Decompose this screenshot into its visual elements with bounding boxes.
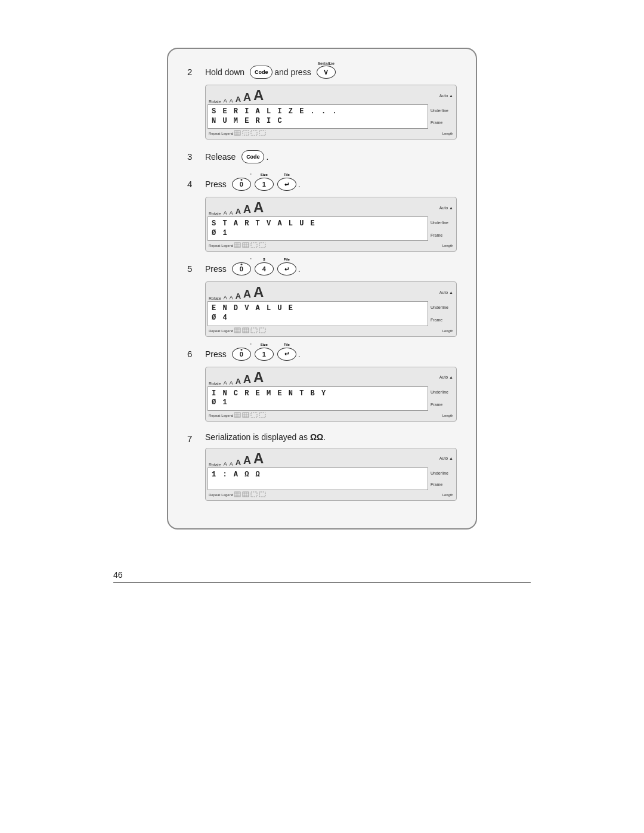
svg-rect-52 bbox=[243, 492, 249, 497]
step-2-and-press: and press bbox=[274, 67, 311, 77]
step-6-inline: Press 0 * Size 1 File ↵ . bbox=[205, 348, 457, 361]
svg-rect-23 bbox=[234, 328, 240, 333]
lcd-line1-2: S E R I A L I Z E . . . bbox=[212, 107, 424, 117]
key-enter-step5[interactable]: File ↵ bbox=[277, 262, 296, 275]
lcd-line1-6: I N C R E M E N T B Y bbox=[212, 389, 424, 399]
svg-rect-47 bbox=[234, 492, 240, 497]
a-xxlarge-label: A bbox=[253, 87, 264, 104]
code-key-3[interactable]: Code bbox=[242, 150, 264, 163]
svg-rect-10 bbox=[259, 131, 265, 135]
step-2-text: Hold down bbox=[205, 67, 244, 77]
lcd-header-2: Rotate A A A A A Auto ▲ bbox=[208, 87, 454, 104]
step-4-number: 4 bbox=[187, 179, 199, 189]
lcd-screen-2: S E R I A L I Z E . . . N U M E R I C bbox=[208, 104, 428, 129]
lcd-line2-2: N U M E R I C bbox=[212, 117, 424, 126]
grid-icons-6 bbox=[234, 412, 270, 419]
key-0-step4[interactable]: 0 * bbox=[232, 178, 251, 191]
page-container: 2 Hold down Code and press Serialize V R… bbox=[0, 0, 644, 833]
key-0-step5[interactable]: 0 * bbox=[232, 262, 251, 275]
lcd-main-4: S T A R T V A L U E Ø 1 bbox=[208, 216, 428, 241]
lcd-wrapper-7: 1 : A Ω Ω Underline Frame bbox=[208, 467, 454, 490]
rotate-label: Rotate bbox=[209, 100, 221, 104]
page-number: 46 bbox=[113, 570, 123, 580]
lcd-display-4: Rotate A A A A A Auto ▲ S T A R T V A bbox=[205, 197, 457, 252]
lcd-main-2: S E R I A L I Z E . . . N U M E R I C bbox=[208, 104, 428, 129]
lcd-wrapper-2: S E R I A L I Z E . . . N U M E R I C Un… bbox=[208, 104, 454, 129]
lcd-wrapper-4: S T A R T V A L U E Ø 1 Underline Frame bbox=[208, 216, 454, 241]
key-1-step6[interactable]: Size 1 bbox=[255, 348, 274, 361]
step-7-text: Serialization is displayed as ΩΩ. bbox=[205, 432, 326, 442]
step-6-content: Press 0 * Size 1 File ↵ . bbox=[205, 348, 457, 422]
a-med-label: A bbox=[230, 98, 233, 104]
svg-rect-9 bbox=[251, 131, 257, 135]
key-enter-step6[interactable]: File ↵ bbox=[277, 348, 296, 361]
grid-icons-7 bbox=[234, 491, 270, 498]
lcd-display-7: Rotate A A A A A Auto ▲ 1 : A Ω Ω bbox=[205, 448, 457, 501]
svg-rect-0 bbox=[234, 131, 240, 135]
step-2-inline: Hold down Code and press Serialize V bbox=[205, 66, 457, 79]
lcd-screen-6: I N C R E M E N T B Y Ø 1 bbox=[208, 386, 428, 411]
a-small-label: A bbox=[224, 98, 227, 104]
step-6-period: . bbox=[298, 349, 301, 359]
lcd-screen-7: 1 : A Ω Ω bbox=[208, 467, 428, 490]
underline-label-2: Underline bbox=[431, 109, 454, 113]
lcd-screen-4: S T A R T V A L U E Ø 1 bbox=[208, 216, 428, 241]
lcd-wrapper-5: E N D V A L U E Ø 4 Underline Frame bbox=[208, 301, 454, 326]
svg-rect-40 bbox=[243, 413, 249, 417]
svg-rect-16 bbox=[243, 243, 249, 247]
repeat-label-2: Repeat bbox=[209, 132, 220, 135]
step-4-text: Press bbox=[205, 179, 227, 189]
step-3-row: 3 Release Code . bbox=[187, 150, 457, 167]
legend-label-2: Legend bbox=[221, 132, 233, 135]
grid-icons-4 bbox=[234, 242, 270, 249]
step-5-row: 5 Press 0 * $ 4 File ↵ bbox=[187, 262, 457, 336]
lcd-line1-5: E N D V A L U E bbox=[212, 304, 424, 314]
svg-rect-45 bbox=[251, 413, 257, 417]
lcd-screen-5: E N D V A L U E Ø 4 bbox=[208, 301, 428, 326]
step-7-inline: Serialization is displayed as ΩΩ. bbox=[205, 432, 457, 442]
lcd-bottom-4: Repeat Legend bbox=[208, 242, 454, 249]
v-key[interactable]: Serialize V bbox=[317, 66, 336, 79]
frame-label-2: Frame bbox=[431, 120, 454, 125]
length-label-2: Length bbox=[442, 132, 453, 135]
grid-icons-5 bbox=[234, 327, 270, 335]
step-2-number: 2 bbox=[187, 67, 199, 77]
step-4-row: 4 Press 0 * Size 1 File ↵ bbox=[187, 178, 457, 252]
step-3-inline: Release Code . bbox=[205, 150, 457, 163]
key-0-step6[interactable]: 0 * bbox=[232, 348, 251, 361]
svg-rect-11 bbox=[234, 243, 240, 247]
svg-rect-5 bbox=[243, 131, 249, 135]
step-3-content: Release Code . bbox=[205, 150, 457, 167]
lcd-line2-4: Ø 1 bbox=[212, 229, 424, 239]
lcd-right-4: Underline Frame bbox=[431, 216, 454, 241]
lcd-bottom-left-2: Repeat Legend bbox=[209, 130, 270, 137]
lcd-wrapper-6: I N C R E M E N T B Y Ø 1 Underline Fram… bbox=[208, 386, 454, 411]
step-7-number: 7 bbox=[187, 433, 199, 444]
step-6-row: 6 Press 0 * Size 1 File ↵ bbox=[187, 348, 457, 422]
grid-icons-2 bbox=[234, 130, 270, 137]
step-2-row: 2 Hold down Code and press Serialize V R… bbox=[187, 66, 457, 140]
key-4-step5[interactable]: $ 4 bbox=[255, 262, 274, 275]
step-5-text: Press bbox=[205, 264, 227, 274]
lcd-header-labels-2: Rotate A A A A A bbox=[209, 87, 264, 104]
step-4-period: . bbox=[298, 179, 301, 189]
step-7-content: Serialization is displayed as ΩΩ. Rotate… bbox=[205, 432, 457, 501]
svg-rect-57 bbox=[251, 492, 257, 497]
lcd-display-5: Rotate A A A A A Auto ▲ E N D V A L U bbox=[205, 281, 457, 336]
svg-rect-58 bbox=[259, 492, 265, 497]
svg-rect-28 bbox=[243, 328, 249, 333]
svg-rect-33 bbox=[251, 328, 257, 333]
step-4-inline: Press 0 * Size 1 File ↵ . bbox=[205, 178, 457, 191]
key-1-step4[interactable]: Size 1 bbox=[255, 178, 274, 191]
step-2-content: Hold down Code and press Serialize V Rot… bbox=[205, 66, 457, 140]
key-enter-step4[interactable]: File ↵ bbox=[277, 178, 296, 191]
step-5-inline: Press 0 * $ 4 File ↵ . bbox=[205, 262, 457, 275]
lcd-right-2: Underline Frame bbox=[431, 104, 454, 129]
svg-rect-34 bbox=[259, 328, 265, 333]
lcd-line1-7: 1 : A Ω Ω bbox=[212, 470, 424, 480]
svg-rect-21 bbox=[251, 243, 257, 247]
code-key-1[interactable]: Code bbox=[250, 66, 273, 79]
lcd-header-4: Rotate A A A A A Auto ▲ bbox=[208, 199, 454, 216]
lcd-bottom-2: Repeat Legend bbox=[208, 130, 454, 137]
lcd-header-5: Rotate A A A A A Auto ▲ bbox=[208, 284, 454, 301]
